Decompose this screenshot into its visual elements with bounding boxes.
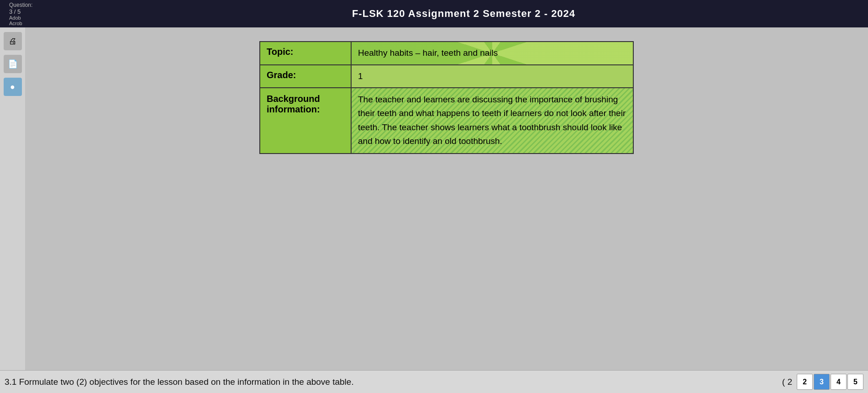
info-table-container: Topic: Healthy habits – hair, teeth and …: [259, 41, 634, 154]
page-tab-5[interactable]: 5: [847, 374, 863, 390]
document-title: F-LSK 120 Assignment 2 Semester 2 - 2024: [68, 8, 859, 20]
table-row-background: Background information: The teacher and …: [260, 88, 633, 154]
question-number: 3 / 5: [9, 8, 68, 15]
background-label: Background information:: [260, 88, 351, 154]
sidebar-document-icon[interactable]: 📄: [4, 55, 22, 73]
page-tabs: 2 3 4 5: [797, 374, 863, 390]
bottom-bar: 3.1 Formulate two (2) objectives for the…: [0, 370, 868, 393]
background-value: The teacher and learners are discussing …: [351, 88, 633, 154]
app-name-2: Acrob: [9, 21, 68, 26]
top-bar: Question: 3 / 5 Adob Acrob F-LSK 120 Ass…: [0, 0, 868, 27]
sidebar-circle-icon[interactable]: ●: [4, 78, 22, 96]
mark-label: ( 2: [782, 377, 792, 387]
app-name-1: Adob: [9, 15, 68, 21]
page-tab-2[interactable]: 2: [797, 374, 813, 390]
grade-label: Grade:: [260, 65, 351, 88]
topic-label: Topic:: [260, 42, 351, 65]
lesson-info-table: Topic: Healthy habits – hair, teeth and …: [259, 41, 634, 154]
main-content: Topic: Healthy habits – hair, teeth and …: [25, 27, 868, 370]
page-tab-3[interactable]: 3: [814, 374, 830, 390]
sidebar: 🖨 📄 ●: [0, 27, 25, 370]
topic-value: Healthy habits – hair, teeth and nails: [351, 42, 633, 65]
table-row-grade: Grade: 1: [260, 65, 633, 88]
grade-value: 1: [351, 65, 633, 88]
question-text: 3.1 Formulate two (2) objectives for the…: [5, 377, 782, 387]
question-label: Question:: [9, 2, 68, 8]
page-tab-4[interactable]: 4: [831, 374, 847, 390]
table-row-topic: Topic: Healthy habits – hair, teeth and …: [260, 42, 633, 65]
sidebar-print-icon[interactable]: 🖨: [4, 32, 22, 50]
